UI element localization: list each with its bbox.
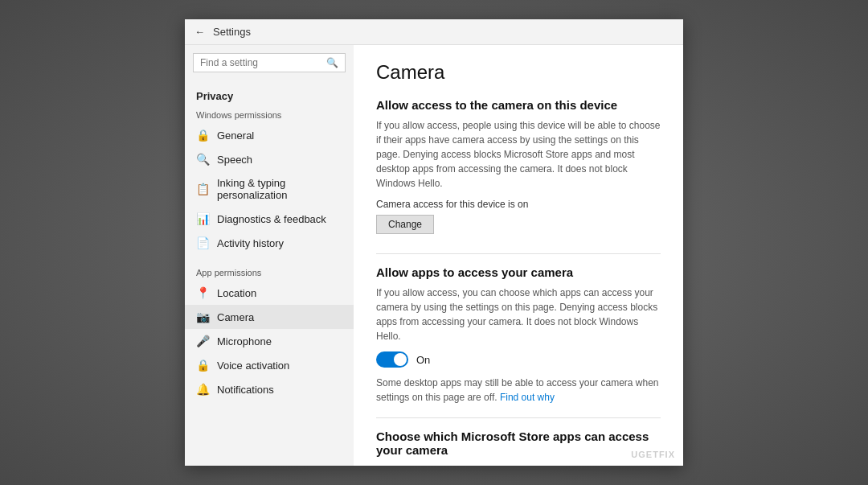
sidebar-item-label: Speech <box>217 154 252 166</box>
sidebar: 🔍 Privacy Windows permissions 🔒 General … <box>185 45 354 466</box>
voice-icon: 🔒 <box>196 359 209 372</box>
divider-2 <box>376 417 661 418</box>
app-access-toggle-label: On <box>416 354 430 366</box>
sidebar-item-label: Inking & typing personalization <box>217 177 342 201</box>
app-access-toggle[interactable] <box>376 351 408 368</box>
sidebar-item-speech[interactable]: 🔍 Speech <box>185 147 354 171</box>
change-button[interactable]: Change <box>376 215 434 234</box>
sidebar-item-label: Voice activation <box>217 360 289 372</box>
sidebar-item-notifications[interactable]: 🔔 Notifications <box>185 377 354 401</box>
search-box[interactable]: 🔍 <box>193 53 346 72</box>
camera-icon: 📷 <box>196 310 209 323</box>
page-title: Camera <box>376 61 661 84</box>
sidebar-privacy-heading: Privacy <box>185 84 354 105</box>
section1-desc: If you allow access, people using this d… <box>376 118 661 191</box>
content-area: 🔍 Privacy Windows permissions 🔒 General … <box>185 45 683 466</box>
settings-window: ← Settings 🔍 Privacy Windows permissions… <box>185 19 683 466</box>
title-bar: ← Settings <box>185 19 683 45</box>
windows-permissions-label: Windows permissions <box>185 105 354 123</box>
activity-icon: 📄 <box>196 236 209 249</box>
main-content: Camera Allow access to the camera on thi… <box>354 45 683 466</box>
sidebar-item-diagnostics[interactable]: 📊 Diagnostics & feedback <box>185 207 354 231</box>
app-access-toggle-row: On <box>376 351 661 368</box>
sidebar-item-label: Activity history <box>217 237 284 249</box>
location-icon: 📍 <box>196 286 209 299</box>
section3-title: Choose which Microsoft Store apps can ac… <box>376 430 661 457</box>
sidebar-item-general[interactable]: 🔒 General <box>185 123 354 147</box>
sidebar-item-inking[interactable]: 📋 Inking & typing personalization <box>185 171 354 207</box>
back-button[interactable]: ← <box>194 26 205 38</box>
section1-title: Allow access to the camera on this devic… <box>376 98 661 112</box>
diagnostics-icon: 📊 <box>196 212 209 225</box>
search-icon: 🔍 <box>326 57 338 68</box>
window-title: Settings <box>213 26 251 38</box>
sidebar-item-label: General <box>217 129 254 142</box>
sidebar-item-label: Camera <box>217 311 254 323</box>
camera-status-text: Camera access for this device is on <box>376 199 661 210</box>
search-input[interactable] <box>200 57 326 68</box>
sidebar-item-camera[interactable]: 📷 Camera <box>185 305 354 329</box>
sidebar-item-label: Notifications <box>217 384 274 396</box>
sidebar-item-label: Diagnostics & feedback <box>217 213 326 225</box>
sidebar-item-location[interactable]: 📍 Location <box>185 281 354 305</box>
inking-icon: 📋 <box>196 183 209 195</box>
app-permissions-label: App permissions <box>185 263 354 281</box>
find-out-why-link[interactable]: Find out why <box>500 392 555 403</box>
sidebar-item-activity[interactable]: 📄 Activity history <box>185 231 354 255</box>
sidebar-item-microphone[interactable]: 🎤 Microphone <box>185 329 354 353</box>
section3-desc: Turning off an app prevents it from dire… <box>376 463 661 466</box>
lock-icon: 🔒 <box>196 129 209 142</box>
sidebar-item-label: Microphone <box>217 335 272 347</box>
note-text: Some desktop apps may still be able to a… <box>376 376 661 405</box>
section2-title: Allow apps to access your camera <box>376 265 661 279</box>
notification-icon: 🔔 <box>196 383 209 396</box>
divider-1 <box>376 253 661 254</box>
speech-icon: 🔍 <box>196 153 209 166</box>
watermark: UGETFIX <box>631 450 675 459</box>
sidebar-item-voice-activation[interactable]: 🔒 Voice activation <box>185 353 354 377</box>
section2-desc: If you allow access, you can choose whic… <box>376 286 661 343</box>
sidebar-item-label: Location <box>217 287 256 299</box>
microphone-icon: 🎤 <box>196 335 209 347</box>
